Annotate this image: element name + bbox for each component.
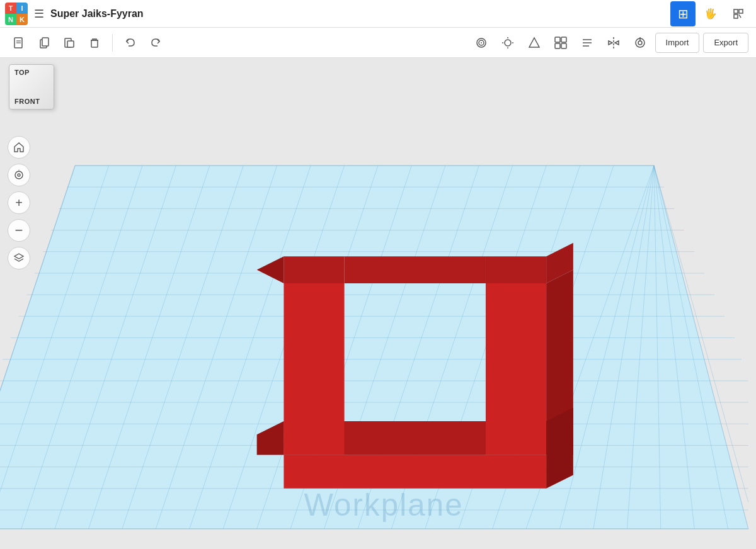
svg-marker-93 [345, 421, 486, 455]
logo-n: N [5, 14, 16, 25]
svg-marker-16 [529, 38, 539, 47]
svg-rect-19 [555, 43, 560, 48]
zoom-out-button[interactable]: − [8, 219, 30, 242]
layers-button[interactable] [8, 247, 30, 269]
svg-rect-4 [42, 38, 49, 46]
group-button[interactable] [549, 31, 572, 54]
wiring-button[interactable] [629, 31, 651, 54]
svg-marker-26 [615, 41, 619, 45]
delete-button[interactable] [83, 31, 106, 54]
cube-face[interactable]: TOP FRONT [9, 64, 54, 110]
home-view-button[interactable] [8, 136, 30, 159]
shapes-button[interactable] [726, 1, 751, 26]
light-button[interactable] [496, 31, 519, 54]
svg-point-28 [638, 41, 642, 45]
tinkercad-logo[interactable]: T I N K [5, 3, 28, 25]
svg-rect-6 [67, 41, 74, 47]
logo-t: T [5, 3, 16, 14]
svg-marker-33 [14, 254, 23, 259]
toolbar: Import Export [0, 28, 756, 58]
svg-rect-20 [561, 43, 566, 48]
undo-button[interactable] [119, 31, 142, 54]
zoom-in-button[interactable]: + [8, 191, 30, 214]
svg-rect-18 [561, 37, 566, 42]
topbar: T I N K ☰ Super Jaiks-Fyyran ⊞ 🖐 [0, 0, 756, 28]
toolbar-right: Import Export [470, 31, 748, 54]
view-cube[interactable]: TOP FRONT [9, 64, 59, 115]
cube-top-label: TOP [14, 69, 30, 76]
align-button[interactable] [576, 31, 598, 54]
svg-marker-87 [486, 256, 546, 283]
svg-marker-86 [486, 283, 546, 455]
svg-point-30 [15, 171, 23, 179]
redo-button[interactable] [144, 31, 167, 54]
mirror-button[interactable] [602, 31, 625, 54]
logo-k: K [16, 14, 28, 25]
svg-rect-17 [555, 37, 560, 42]
export-button[interactable]: Export [703, 33, 748, 53]
svg-text:Workplane: Workplane [304, 488, 463, 522]
workplane-grid: Workplane [0, 58, 756, 549]
document-icon[interactable]: ☰ [34, 7, 44, 21]
main-area: TOP FRONT + − [0, 58, 756, 549]
svg-marker-80 [284, 455, 546, 488]
svg-marker-88 [345, 256, 486, 283]
toolbar-separator [112, 34, 113, 52]
svg-point-10 [481, 42, 482, 43]
svg-point-31 [18, 174, 20, 176]
svg-marker-84 [284, 256, 344, 283]
project-title[interactable]: Super Jaiks-Fyyran [50, 8, 664, 20]
duplicate-button[interactable] [58, 31, 81, 54]
copy-button[interactable] [33, 31, 55, 54]
svg-marker-25 [609, 41, 612, 45]
fit-view-button[interactable] [8, 164, 30, 186]
canvas-area[interactable]: TOP FRONT + − [0, 58, 756, 549]
cube-front-label: FRONT [14, 98, 40, 105]
svg-rect-7 [91, 40, 98, 47]
svg-marker-83 [284, 283, 344, 455]
new-button[interactable] [8, 31, 30, 54]
hand-tool-button[interactable]: 🖐 [698, 1, 723, 26]
topbar-right-buttons: ⊞ 🖐 [670, 1, 751, 26]
shapes-tool[interactable] [523, 31, 546, 54]
import-button[interactable]: Import [655, 33, 700, 53]
svg-point-11 [505, 40, 511, 46]
grid-view-button[interactable]: ⊞ [670, 1, 696, 26]
logo-i: I [16, 3, 28, 14]
camera-button[interactable] [470, 31, 493, 54]
